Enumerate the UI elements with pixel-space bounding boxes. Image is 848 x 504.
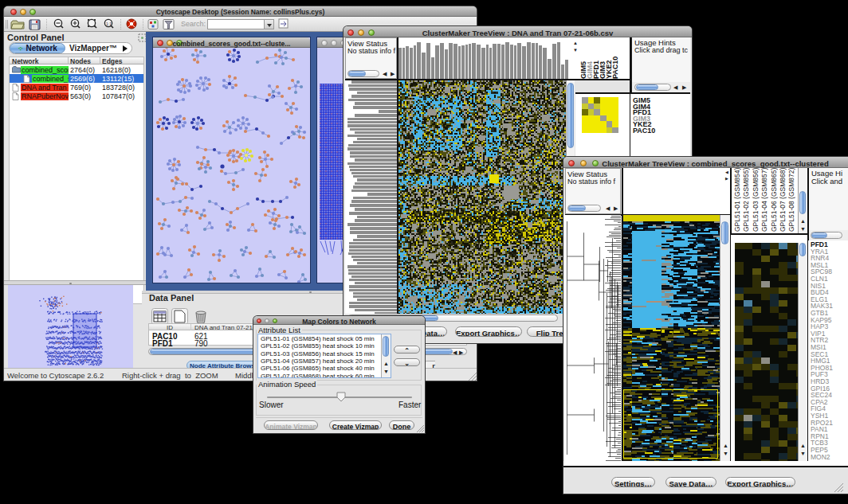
- svg-text:Search:: Search:: [181, 20, 206, 28]
- svg-text:1:1: 1:1: [106, 21, 112, 26]
